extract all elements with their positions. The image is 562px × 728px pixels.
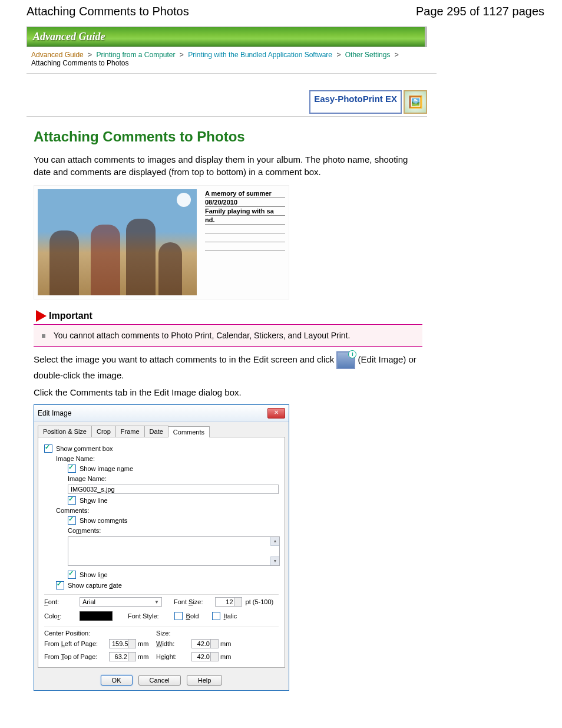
breadcrumb-current: Attaching Comments to Photos bbox=[31, 59, 128, 67]
italic-label: Italic bbox=[224, 612, 237, 620]
intro-paragraph: You can attach comments to images and di… bbox=[34, 153, 422, 178]
important-label: Important bbox=[49, 311, 92, 321]
tab-comments[interactable]: Comments bbox=[168, 426, 210, 437]
sample-photo bbox=[38, 189, 197, 295]
help-button[interactable]: Help bbox=[187, 675, 223, 686]
height-label: Height: bbox=[156, 653, 191, 660]
sample-title: A memory of summer bbox=[205, 189, 285, 198]
show-capture-date-label: Show capture date bbox=[68, 582, 122, 589]
show-line-2-label: Show line bbox=[80, 571, 108, 578]
page-header: Attaching Comments to Photos Page 295 of… bbox=[27, 0, 544, 27]
header-title: Attaching Comments to Photos bbox=[27, 5, 189, 18]
dialog-title: Edit Image bbox=[38, 409, 71, 417]
page-title: Attaching Comments to Photos bbox=[34, 129, 422, 145]
edit-image-icon bbox=[336, 351, 355, 369]
sample-comment-line1: Family playing with sa bbox=[205, 207, 285, 216]
width-label: Width: bbox=[156, 640, 191, 647]
size-label: Size: bbox=[156, 630, 170, 637]
important-text: You cannot attach comments to Photo Prin… bbox=[54, 331, 351, 340]
important-box: You cannot attach comments to Photo Prin… bbox=[34, 324, 422, 347]
center-position-label: Center Position: bbox=[44, 630, 156, 637]
show-line-2-checkbox[interactable] bbox=[68, 571, 76, 579]
from-left-field[interactable]: 159.5 bbox=[109, 639, 136, 648]
sample-date: 08/20/2010 bbox=[205, 198, 285, 207]
breadcrumb-bundled-software[interactable]: Printing with the Bundled Application So… bbox=[188, 51, 332, 59]
important-flag-icon bbox=[36, 310, 47, 322]
header-page-info: Page 295 of 1127 pages bbox=[416, 5, 544, 18]
edit-image-dialog: Edit Image ✕ Position & Size Crop Frame … bbox=[34, 404, 289, 691]
show-image-name-checkbox[interactable] bbox=[68, 465, 76, 473]
show-comment-box-checkbox[interactable] bbox=[44, 444, 52, 453]
comments-heading: Comments: bbox=[56, 507, 279, 514]
comments-field[interactable]: ▲ ▼ bbox=[68, 536, 280, 566]
from-top-label: From Top of Page: bbox=[44, 653, 109, 660]
sample-comment-box: A memory of summer 08/20/2010 Family pla… bbox=[205, 189, 285, 295]
comments-label: Comments: bbox=[68, 527, 279, 534]
breadcrumb-printing-from-computer[interactable]: Printing from a Computer bbox=[96, 51, 175, 59]
sample-comment-line2: nd. bbox=[205, 216, 285, 225]
sample-preview: A memory of summer 08/20/2010 Family pla… bbox=[34, 185, 289, 299]
tab-frame[interactable]: Frame bbox=[115, 426, 145, 437]
font-label: Font: bbox=[44, 598, 80, 605]
instruction-2: Click the Comments tab in the Edit Image… bbox=[34, 386, 422, 398]
show-comments-label: Show comments bbox=[80, 517, 127, 524]
app-logo-label: Easy-PhotoPrint EX bbox=[309, 90, 402, 114]
tab-position-size[interactable]: Position & Size bbox=[38, 426, 92, 437]
breadcrumb: Advanced Guide > Printing from a Compute… bbox=[27, 47, 437, 74]
width-field[interactable]: 42.0 bbox=[191, 639, 219, 648]
ok-button[interactable]: OK bbox=[101, 675, 133, 686]
close-button[interactable]: ✕ bbox=[267, 408, 285, 419]
font-size-label: Font Size: bbox=[174, 598, 203, 605]
show-comment-box-label: Show comment box bbox=[56, 445, 113, 452]
color-swatch[interactable] bbox=[80, 611, 113, 621]
font-size-field[interactable]: 12 bbox=[215, 597, 242, 607]
bullet-icon bbox=[42, 334, 45, 338]
image-name-label: Image Name: bbox=[68, 475, 279, 482]
font-style-label: Font Style: bbox=[128, 612, 159, 620]
image-name-heading: Image Name: bbox=[56, 455, 279, 462]
from-left-label: From Left of Page: bbox=[44, 640, 109, 647]
scroll-down-icon[interactable]: ▼ bbox=[270, 556, 279, 565]
bold-checkbox[interactable] bbox=[174, 612, 183, 620]
font-select[interactable]: Arial▼ bbox=[80, 597, 162, 607]
image-name-field[interactable]: IMG0032_s.jpg bbox=[68, 485, 279, 494]
from-top-field[interactable]: 63.2 bbox=[109, 652, 136, 661]
cancel-button[interactable]: Cancel bbox=[138, 675, 181, 686]
breadcrumb-other-settings[interactable]: Other Settings bbox=[345, 51, 391, 59]
show-capture-date-checkbox[interactable] bbox=[56, 581, 64, 589]
scroll-up-icon[interactable]: ▲ bbox=[270, 537, 279, 546]
tab-date[interactable]: Date bbox=[144, 426, 168, 437]
italic-checkbox[interactable] bbox=[212, 612, 220, 620]
show-line-1-checkbox[interactable] bbox=[68, 496, 76, 505]
breadcrumb-advanced-guide[interactable]: Advanced Guide bbox=[31, 51, 84, 59]
tab-crop[interactable]: Crop bbox=[91, 426, 116, 437]
guide-banner: Advanced Guide bbox=[27, 27, 427, 47]
show-comments-checkbox[interactable] bbox=[68, 516, 76, 525]
height-field[interactable]: 42.0 bbox=[191, 652, 219, 661]
instruction-1: Select the image you want to attach comm… bbox=[34, 351, 422, 381]
color-label: Color: bbox=[44, 612, 80, 620]
app-logo-icon: 🖼️ bbox=[404, 90, 427, 114]
show-line-1-label: Show line bbox=[80, 497, 108, 504]
show-image-name-label: Show image name bbox=[80, 465, 133, 472]
font-size-suffix: pt (5-100) bbox=[246, 598, 274, 605]
bold-label: Bold bbox=[186, 612, 199, 620]
